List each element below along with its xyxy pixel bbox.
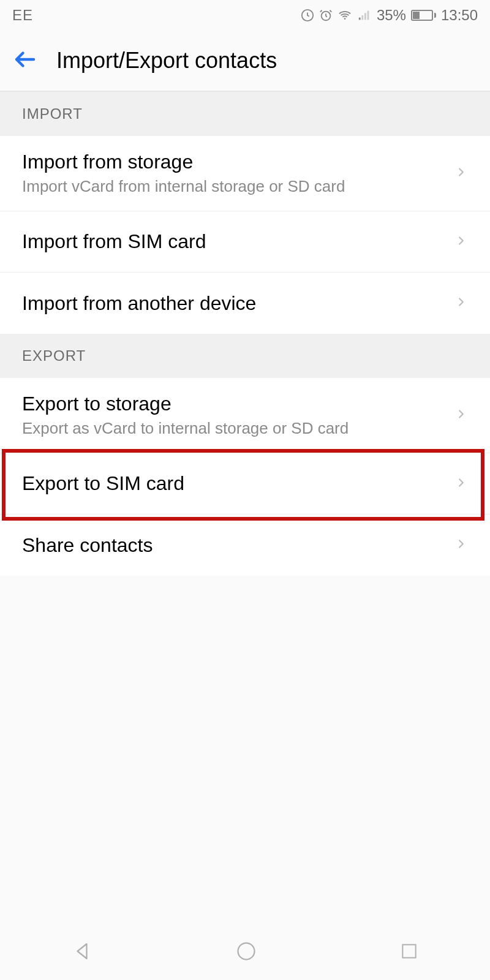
battery-percent: 35% [377, 7, 406, 24]
item-title: Export to storage [22, 393, 454, 415]
carrier-label: EE [12, 7, 33, 24]
section-header-import: IMPORT [0, 92, 490, 136]
export-to-sim[interactable]: Export to SIM card [0, 453, 490, 514]
svg-point-7 [238, 943, 255, 960]
svg-rect-4 [361, 15, 363, 20]
svg-rect-5 [364, 13, 366, 20]
import-list: Import from storage Import vCard from in… [0, 136, 490, 334]
item-subtitle: Export as vCard to internal storage or S… [22, 419, 454, 438]
chevron-right-icon [454, 295, 468, 311]
item-title: Share contacts [22, 534, 454, 557]
alarm-icon [319, 9, 333, 22]
item-title: Import from another device [22, 292, 454, 315]
battery-icon [411, 10, 436, 21]
export-to-storage[interactable]: Export to storage Export as vCard to int… [0, 378, 490, 453]
item-subtitle: Import vCard from internal storage or SD… [22, 177, 454, 196]
item-title: Export to SIM card [22, 472, 454, 495]
chevron-right-icon [454, 234, 468, 250]
svg-point-2 [344, 18, 346, 20]
status-right: 35% 13:50 [301, 7, 478, 24]
clock-time: 13:50 [441, 7, 478, 24]
svg-rect-6 [367, 11, 369, 20]
import-from-sim[interactable]: Import from SIM card [0, 211, 490, 273]
back-icon[interactable] [12, 47, 38, 75]
app-header: Import/Export contacts [0, 31, 490, 92]
item-title: Import from storage [22, 151, 454, 173]
import-from-storage[interactable]: Import from storage Import vCard from in… [0, 136, 490, 211]
data-saver-icon [301, 9, 314, 22]
share-contacts[interactable]: Share contacts [0, 514, 490, 576]
wifi-icon [337, 9, 352, 22]
nav-recent-icon[interactable] [399, 941, 419, 963]
system-nav-bar [0, 925, 490, 980]
chevron-right-icon [454, 537, 468, 553]
chevron-right-icon [454, 165, 468, 181]
status-bar: EE 35% 13:50 [0, 0, 490, 31]
nav-back-icon[interactable] [71, 940, 93, 965]
nav-home-icon[interactable] [235, 940, 257, 965]
item-title: Import from SIM card [22, 230, 454, 253]
chevron-right-icon [454, 476, 468, 492]
chevron-right-icon [454, 407, 468, 423]
svg-rect-3 [359, 18, 361, 20]
page-title: Import/Export contacts [56, 48, 277, 74]
import-from-device[interactable]: Import from another device [0, 273, 490, 334]
export-list: Export to storage Export as vCard to int… [0, 378, 490, 576]
signal-icon [357, 9, 372, 22]
svg-rect-8 [402, 944, 415, 957]
section-header-export: EXPORT [0, 334, 490, 378]
